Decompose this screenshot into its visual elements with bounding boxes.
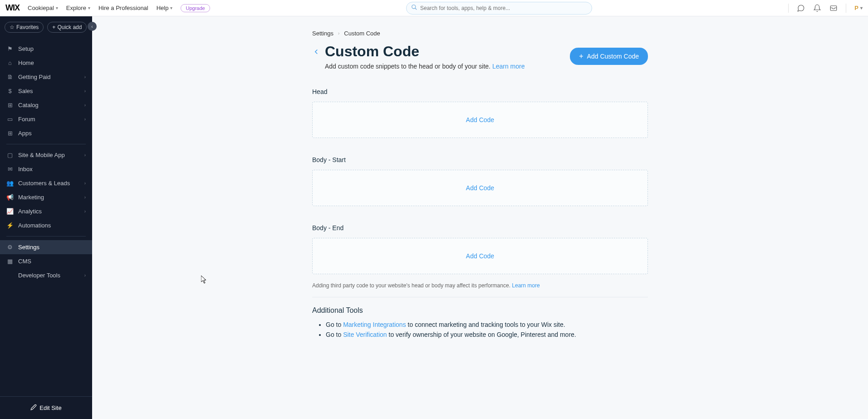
apps-icon: ⊞ [6, 130, 14, 137]
sidebar-item-marketing[interactable]: 📢Marketing› [0, 190, 92, 204]
chevron-right-icon: › [84, 181, 86, 186]
inbox-icon[interactable] [829, 4, 838, 12]
profile-letter: P [854, 5, 858, 11]
topbar: WIX Cookiepal ▾ Explore ▾ Hire a Profess… [0, 0, 868, 16]
sidebar-item-catalog[interactable]: ⊞Catalog› [0, 98, 92, 112]
quick-add-button[interactable]: + Quick add [47, 22, 87, 33]
add-custom-code-button[interactable]: + Add Custom Code [570, 48, 648, 65]
disclaimer: Adding third party code to your website'… [312, 282, 648, 297]
cms-icon: ▦ [6, 258, 14, 265]
breadcrumb: Settings › Custom Code [312, 30, 648, 37]
sidebar-item-getting-paid[interactable]: 🗎Getting Paid› [0, 70, 92, 84]
site-name-label: Cookiepal [28, 5, 54, 11]
automations-icon: ⚡ [6, 222, 14, 229]
search-icon [411, 4, 417, 12]
chevron-right-icon: › [84, 209, 86, 214]
breadcrumb-settings[interactable]: Settings [312, 30, 333, 37]
search-box[interactable] [406, 2, 592, 15]
sidebar-item-label: Customers & Leads [18, 180, 70, 187]
disclaimer-learn-more-link[interactable]: Learn more [512, 282, 539, 289]
body-start-section: Body - Start Add Code [312, 156, 648, 206]
body-end-add-code-box[interactable]: Add Code [312, 238, 648, 274]
sidebar-item-label: CMS [18, 258, 31, 265]
back-button[interactable] [312, 48, 320, 58]
tools-item-suffix: to verify ownership of your website on G… [387, 331, 576, 338]
add-code-link: Add Code [466, 252, 494, 260]
topbar-right: P ▾ [788, 4, 863, 13]
page-subtitle: Add custom code snippets to the head or … [325, 63, 570, 70]
marketing-icon: 📢 [6, 194, 14, 201]
svg-rect-2 [831, 5, 837, 10]
body-start-add-code-box[interactable]: Add Code [312, 170, 648, 206]
upgrade-button[interactable]: Upgrade [181, 4, 210, 12]
sidebar-item-forum[interactable]: ▭Forum› [0, 112, 92, 126]
favorites-button[interactable]: ☆ Favorites [5, 22, 44, 33]
learn-more-link[interactable]: Learn more [492, 63, 525, 70]
site-mobile-app-icon: ▢ [6, 152, 14, 158]
section-label: Body - End [312, 224, 648, 232]
chevron-right-icon: › [84, 74, 86, 79]
edit-site-label: Edit Site [39, 404, 61, 411]
tools-item-prefix: Go to [326, 321, 343, 328]
explore-menu[interactable]: Explore ▾ [66, 5, 90, 11]
site-selector[interactable]: Cookiepal ▾ [28, 5, 58, 11]
sidebar-item-sales[interactable]: $Sales› [0, 84, 92, 98]
sidebar-divider [6, 236, 86, 237]
chevron-right-icon: › [338, 31, 339, 36]
forum-icon: ▭ [6, 116, 14, 123]
sidebar-item-label: Getting Paid [18, 74, 51, 80]
sidebar-item-label: Developer Tools [18, 272, 60, 279]
sidebar-item-home[interactable]: ⌂Home [0, 56, 92, 70]
sidebar-item-site-mobile-app[interactable]: ▢Site & Mobile App› [0, 148, 92, 162]
sidebar-item-inbox[interactable]: ✉Inbox [0, 162, 92, 176]
profile-menu[interactable]: P ▾ [854, 5, 863, 11]
additional-tools-title: Additional Tools [312, 306, 648, 315]
sidebar-item-label: Apps [18, 130, 32, 137]
help-label: Help [157, 5, 169, 11]
content-wrap: Settings › Custom Code Custom Code Add c… [312, 30, 648, 338]
explore-label: Explore [66, 5, 86, 11]
wix-logo[interactable]: WIX [5, 3, 20, 13]
section-label: Head [312, 88, 648, 95]
chevron-down-icon: ▾ [56, 5, 58, 10]
plus-icon: + [579, 52, 583, 60]
sidebar-item-automations[interactable]: ⚡Automations [0, 218, 92, 232]
sidebar-top-buttons: ☆ Favorites + Quick add [0, 16, 92, 38]
chevron-right-icon: › [84, 117, 86, 122]
sidebar-item-developer-tools[interactable]: Developer Tools› [0, 268, 92, 282]
divider [846, 4, 846, 13]
site-verification-link[interactable]: Site Verification [343, 331, 387, 338]
layout: ‹ ☆ Favorites + Quick add ⚑Setup⌂Home🗎Ge… [0, 16, 868, 419]
chevron-right-icon: › [84, 195, 86, 200]
hire-link[interactable]: Hire a Professional [98, 5, 148, 11]
favorites-label: Favorites [16, 24, 39, 30]
sidebar-item-label: Setup [18, 45, 34, 52]
chevron-right-icon: › [84, 103, 86, 108]
sidebar-item-label: Home [18, 59, 34, 66]
sidebar-item-customers-leads[interactable]: 👥Customers & Leads› [0, 176, 92, 190]
sidebar-item-analytics[interactable]: 📈Analytics› [0, 204, 92, 218]
chat-icon[interactable] [797, 4, 805, 12]
sidebar-item-apps[interactable]: ⊞Apps [0, 126, 92, 140]
bell-icon[interactable] [813, 4, 821, 12]
chevron-right-icon: › [84, 89, 86, 94]
analytics-icon: 📈 [6, 208, 14, 215]
sidebar-item-setup[interactable]: ⚑Setup [0, 42, 92, 56]
chevron-down-icon: ▾ [88, 5, 90, 10]
sidebar-collapse-button[interactable]: ‹ [88, 22, 97, 31]
search-input[interactable] [420, 5, 587, 11]
chevron-down-icon: ▾ [860, 5, 863, 10]
sidebar-nav: ⚑Setup⌂Home🗎Getting Paid›$Sales›⊞Catalog… [0, 38, 92, 396]
sidebar-item-cms[interactable]: ▦CMS [0, 254, 92, 268]
help-menu[interactable]: Help ▾ [157, 5, 173, 11]
sidebar-item-label: Site & Mobile App [18, 152, 65, 158]
page-title: Custom Code [325, 43, 570, 60]
sidebar-item-settings[interactable]: ⚙Settings [0, 240, 92, 254]
pencil-icon [30, 404, 37, 412]
head-add-code-box[interactable]: Add Code [312, 102, 648, 138]
edit-site-button[interactable]: Edit Site [5, 401, 88, 414]
sidebar-item-label: Catalog [18, 102, 39, 108]
tools-item-prefix: Go to [326, 331, 343, 338]
marketing-integrations-link[interactable]: Marketing Integrations [343, 321, 406, 328]
body-end-section: Body - End Add Code [312, 224, 648, 274]
